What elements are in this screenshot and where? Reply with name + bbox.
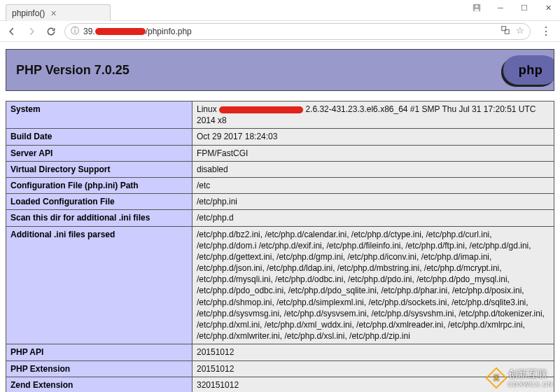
address-right: ☆	[500, 25, 524, 37]
table-row: Server APIFPM/FastCGI	[6, 145, 554, 161]
reload-button[interactable]	[45, 25, 57, 38]
url-prefix: 39.	[83, 27, 95, 36]
menu-button[interactable]: ⋮	[538, 24, 554, 38]
bookmark-icon[interactable]: ☆	[516, 25, 524, 37]
close-icon[interactable]: ×	[50, 8, 56, 19]
value-cell: disabled	[192, 161, 554, 177]
value-cell: Linux 2.6.32-431.23.3.el6.x86_64 #1 SMP …	[192, 102, 554, 129]
maximize-button[interactable]: ☐	[512, 0, 536, 15]
key-cell: System	[6, 102, 192, 129]
table-row: Build DateOct 29 2017 18:24:03	[6, 129, 554, 145]
table-row: PHP Extension20151012	[6, 360, 554, 377]
value-cell: Oct 29 2017 18:24:03	[192, 129, 554, 145]
key-cell: Loaded Configuration File	[6, 194, 192, 210]
url-suffix: /phpinfo.php	[146, 27, 192, 36]
close-button[interactable]: ✕	[536, 0, 560, 15]
back-button[interactable]	[6, 25, 18, 38]
php-logo: php	[503, 55, 554, 85]
table-row: Additional .ini files parsed/etc/php.d/b…	[6, 226, 554, 344]
info-icon[interactable]: ⓘ	[71, 25, 79, 37]
key-cell: Server API	[6, 145, 192, 161]
phpinfo-table: System Linux 2.6.32-431.23.3.el6.x86_64 …	[6, 101, 554, 392]
value-cell: FPM/FastCGI	[192, 145, 554, 161]
key-cell: PHP API	[6, 344, 192, 360]
address-bar[interactable]: ⓘ 39./phpinfo.php ☆	[64, 23, 531, 40]
key-cell: Scan this dir for additional .ini files	[6, 210, 192, 226]
page-title: PHP Version 7.0.25	[16, 63, 130, 78]
url-redaction	[95, 28, 146, 35]
value-cell: /etc/php.d	[192, 210, 554, 226]
phpinfo-header: PHP Version 7.0.25 php	[6, 49, 554, 91]
key-cell: Virtual Directory Support	[6, 161, 192, 177]
window-titlebar: phpinfo() × ─ ☐ ✕	[0, 0, 560, 21]
forward-button[interactable]	[25, 25, 38, 38]
svg-point-1	[475, 6, 478, 8]
table-row: Configuration File (php.ini) Path/etc	[6, 177, 554, 193]
value-cell: 20151012	[192, 360, 554, 377]
window-controls: ─ ☐ ✕	[468, 0, 560, 15]
value-cell: /etc	[192, 177, 554, 193]
key-cell: Additional .ini files parsed	[6, 226, 192, 344]
key-cell: Configuration File (php.ini) Path	[6, 177, 192, 193]
tab-title: phpinfo()	[12, 8, 45, 18]
browser-tab[interactable]: phpinfo() ×	[6, 4, 111, 21]
key-cell: PHP Extension	[6, 360, 192, 377]
profile-icon[interactable]	[468, 0, 486, 15]
table-row: System Linux 2.6.32-431.23.3.el6.x86_64 …	[6, 102, 554, 129]
value-cell: /etc/php.ini	[192, 194, 554, 210]
key-cell: Build Date	[6, 129, 192, 145]
table-row: Scan this dir for additional .ini files/…	[6, 210, 554, 226]
minimize-button[interactable]: ─	[489, 0, 512, 15]
table-row: Loaded Configuration File/etc/php.ini	[6, 194, 554, 210]
browser-toolbar: ⓘ 39./phpinfo.php ☆ ⋮	[0, 21, 560, 42]
value-cell: 320151012	[192, 377, 554, 392]
redaction	[219, 106, 303, 113]
table-row: Virtual Directory Supportdisabled	[6, 161, 554, 177]
page-content: PHP Version 7.0.25 php System Linux 2.6.…	[0, 42, 560, 392]
tabs-region: phpinfo() ×	[0, 0, 468, 21]
key-cell: Zend Extension	[6, 377, 192, 392]
value-cell: /etc/php.d/bz2.ini, /etc/php.d/calendar.…	[192, 226, 554, 344]
url-text: 39./phpinfo.php	[83, 27, 192, 36]
table-row: PHP API20151012	[6, 344, 554, 360]
translate-icon[interactable]	[500, 25, 510, 37]
value-cell: 20151012	[192, 344, 554, 360]
table-row: Zend Extension320151012	[6, 377, 554, 392]
